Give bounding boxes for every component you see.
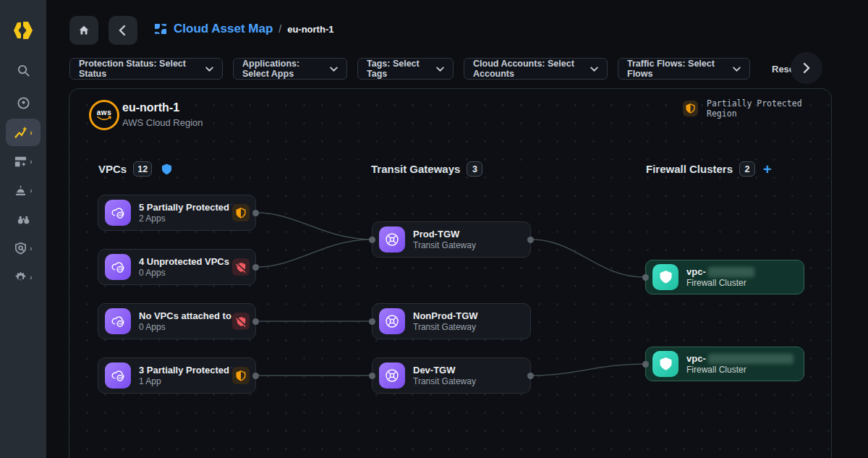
- node-title: 3 Partially Protected V...: [139, 365, 232, 376]
- aws-label: aws: [97, 109, 111, 116]
- unprotected-badge: [232, 258, 250, 276]
- sidebar-item-dashboard[interactable]: [0, 88, 46, 117]
- search-icon: [17, 64, 30, 77]
- node-title: NonProd-TGW: [413, 310, 524, 322]
- vpc-cloud-icon: [105, 254, 131, 280]
- tgw-node-prod[interactable]: Prod-TGW Transit Gateway: [372, 221, 531, 258]
- vpc-node-partially-protected-3[interactable]: 3 Partially Protected V... 1 App: [98, 357, 256, 394]
- sidebar-item-inventory[interactable]: ›: [0, 147, 46, 176]
- chevron-right-icon: ›: [30, 245, 32, 253]
- home-button[interactable]: [69, 16, 98, 45]
- sidebar-item-discovery[interactable]: [0, 205, 46, 234]
- filter-bar: Protection Status: Select Status Applica…: [69, 58, 797, 80]
- chevron-down-icon: [733, 67, 741, 72]
- filter-label: Tags: Select Tags: [367, 59, 429, 79]
- partially-protected-badge: [232, 204, 250, 221]
- gear-icon: [14, 271, 27, 284]
- cloud-asset-map-icon: [153, 22, 168, 36]
- filter-traffic-flows[interactable]: Traffic Flows: Select Flows: [618, 58, 750, 80]
- app-logo-icon: [12, 19, 34, 42]
- breadcrumb-separator: /: [278, 23, 281, 35]
- breadcrumb: Cloud Asset Map / eu-north-1: [153, 22, 333, 36]
- region-name: eu-north-1: [122, 101, 179, 114]
- add-firewall-cluster-button[interactable]: +: [763, 163, 772, 176]
- connection-port: [252, 318, 259, 325]
- chevron-down-icon: [436, 67, 444, 72]
- node-subtitle: 0 Apps: [139, 268, 232, 279]
- node-title: Prod-TGW: [413, 229, 524, 240]
- filter-tags[interactable]: Tags: Select Tags: [357, 58, 454, 80]
- node-title: 5 Partially Protected V...: [139, 202, 232, 213]
- chevron-left-icon: [117, 25, 129, 36]
- connection-port: [642, 274, 649, 281]
- back-button[interactable]: [109, 16, 137, 45]
- tgw-node-nonprod[interactable]: NonProd-TGW Transit Gateway: [372, 303, 531, 339]
- chevron-down-icon: [330, 67, 338, 72]
- sidebar-item-settings[interactable]: ›: [0, 263, 46, 292]
- partially-protected-badge: [232, 367, 250, 384]
- column-label: VPCs: [98, 163, 127, 175]
- connection-port: [369, 318, 375, 325]
- redacted-name: [708, 354, 793, 364]
- vpc-node-unprotected-4[interactable]: 4 Unprotected VPCs 0 Apps: [98, 249, 256, 285]
- node-subtitle: 1 App: [139, 376, 232, 387]
- region-status-text: Partially Protected Region: [707, 98, 831, 119]
- vpc-node-partially-protected-5[interactable]: 5 Partially Protected V... 2 Apps: [98, 195, 256, 231]
- node-title: vpc-: [686, 353, 706, 365]
- filter-label: Applications: Select Apps: [242, 59, 323, 79]
- top-header: Cloud Asset Map / eu-north-1: [46, 0, 868, 51]
- transit-gateway-icon: [379, 226, 405, 253]
- node-subtitle: Transit Gateway: [413, 376, 524, 387]
- connection-port: [369, 237, 375, 243]
- half-shield-icon: [236, 208, 246, 219]
- chevron-down-icon: [590, 67, 598, 72]
- filter-protection-status[interactable]: Protection Status: Select Status: [69, 58, 223, 80]
- redacted-name: [708, 267, 754, 277]
- home-icon: [77, 24, 90, 37]
- connection-port: [642, 361, 649, 368]
- filter-cloud-accounts[interactable]: Cloud Accounts: Select Accounts: [464, 58, 608, 80]
- expand-right-button[interactable]: [791, 52, 822, 84]
- connection-port: [252, 210, 259, 216]
- inventory-icon: [14, 155, 27, 169]
- tgw-node-dev[interactable]: Dev-TGW Transit Gateway: [372, 357, 531, 394]
- vpc-node-no-vpcs-attached[interactable]: No VPCs attached to T... 0 Apps: [98, 303, 256, 339]
- firewall-cluster-node-1[interactable]: vpc- Firewall Cluster: [645, 260, 804, 294]
- column-label: Transit Gateways: [371, 163, 460, 175]
- blue-shield-icon: [161, 164, 172, 175]
- firewall-shield-icon: [652, 264, 678, 290]
- node-subtitle: Transit Gateway: [413, 240, 524, 251]
- half-shield-icon: [236, 370, 246, 381]
- breadcrumb-title[interactable]: Cloud Asset Map: [174, 22, 273, 36]
- connection-port: [527, 237, 534, 243]
- firewall-shield-icon: [652, 351, 678, 377]
- node-title: No VPCs attached to T...: [139, 310, 232, 322]
- node-subtitle: Firewall Cluster: [686, 278, 798, 289]
- sidebar-item-asset-map-active[interactable]: ›: [6, 119, 41, 146]
- sidebar-item-alerts[interactable]: ›: [0, 176, 46, 205]
- vpc-cloud-icon: [105, 200, 131, 226]
- chevron-right-icon: ›: [30, 129, 32, 137]
- column-header-tgws: Transit Gateways 3: [371, 161, 482, 177]
- connection-port: [252, 264, 259, 271]
- chevron-right-icon: ›: [30, 187, 32, 195]
- node-subtitle: Firewall Cluster: [686, 365, 798, 376]
- tgw-count-badge: 3: [467, 161, 482, 177]
- vpc-cloud-icon: [105, 362, 131, 389]
- connection-port: [369, 373, 375, 379]
- node-subtitle: Transit Gateway: [413, 322, 524, 333]
- transit-gateway-icon: [379, 362, 405, 389]
- region-type: AWS Cloud Region: [122, 117, 203, 128]
- firewall-cluster-node-2[interactable]: vpc- Firewall Cluster: [645, 347, 804, 381]
- node-title: Dev-TGW: [413, 365, 524, 376]
- sidebar-item-search[interactable]: [0, 56, 46, 85]
- region-status-badge: Partially Protected Region: [683, 98, 831, 119]
- partial-shield-badge: [683, 101, 698, 116]
- filter-applications[interactable]: Applications: Select Apps: [233, 58, 347, 80]
- aws-region-icon: aws: [89, 100, 119, 130]
- asset-map-canvas[interactable]: aws eu-north-1 AWS Cloud Region Partiall…: [69, 88, 832, 458]
- sidebar-item-policy[interactable]: ›: [0, 234, 46, 263]
- column-header-vpcs: VPCs 12: [98, 161, 172, 177]
- half-shield-icon: [686, 103, 695, 114]
- vpc-count-badge: 12: [133, 161, 152, 177]
